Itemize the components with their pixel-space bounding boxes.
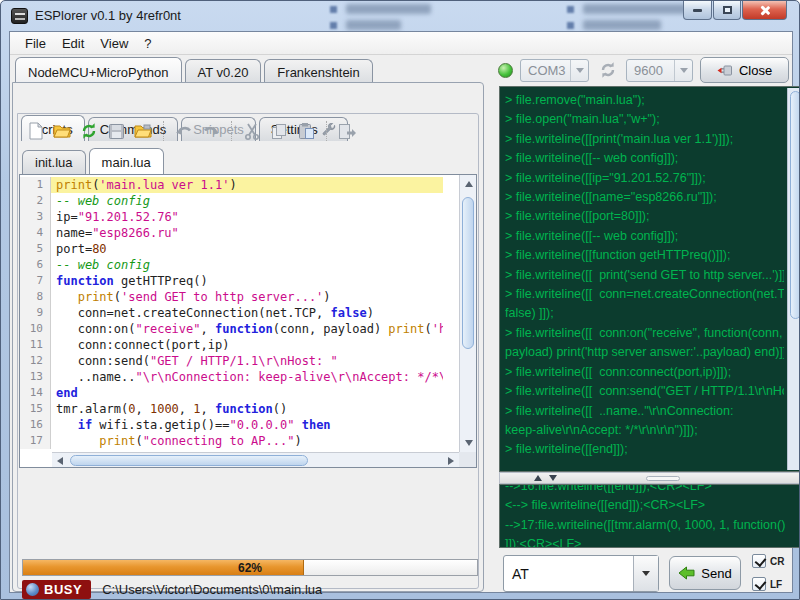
code-line[interactable]: 17 print("connecting to AP..."): [20, 433, 443, 449]
menu-item-view[interactable]: View: [93, 34, 135, 53]
code-line[interactable]: 2-- web config: [20, 193, 443, 209]
code-line[interactable]: 14end: [20, 385, 443, 401]
background-bullet: [330, 6, 337, 13]
line-number: 8: [20, 289, 51, 305]
file-tab-init-lua[interactable]: init.lua: [22, 150, 86, 174]
background-bullet: [330, 22, 337, 29]
scroll-right-icon[interactable]: [448, 457, 454, 465]
terminal-scroll-thumb[interactable]: [790, 91, 800, 319]
refresh-ports-button[interactable]: [596, 59, 619, 82]
line-number: 17: [20, 433, 51, 449]
code-line-text: conn:connect(port,ip): [51, 337, 443, 353]
com-port-select[interactable]: COM3: [520, 59, 589, 82]
scroll-up-icon[interactable]: [465, 181, 473, 187]
undo-icon[interactable]: [173, 120, 195, 142]
com-port-dropdown[interactable]: [570, 60, 588, 81]
cr-option[interactable]: CR: [752, 554, 784, 568]
open-folder-icon[interactable]: [51, 120, 73, 142]
close-window-button[interactable]: [742, 1, 787, 20]
code-line[interactable]: 15tmr.alarm(0, 1000, 1, function(): [20, 401, 443, 417]
terminal-line: > file.writeline([[ print('send GET to h…: [505, 266, 784, 285]
new-file-icon[interactable]: [24, 120, 46, 142]
upload-progress-bar: 62%: [22, 559, 478, 576]
terminal-line: payload) print('http server answer:'..pa…: [505, 343, 784, 362]
menu-item-edit[interactable]: Edit: [55, 34, 91, 53]
editor-vertical-scrollbar[interactable]: [459, 175, 476, 452]
disconnect-plug-icon: [717, 63, 733, 78]
paste-icon[interactable]: [295, 120, 317, 142]
busy-ball-icon: [26, 583, 39, 596]
lf-checkbox[interactable]: [752, 577, 766, 591]
chevron-down-icon: [576, 68, 584, 73]
code-line[interactable]: 13 ..name.."\r\nConnection: keep-alive\r…: [20, 369, 443, 385]
code-line-text: tmr.alarm(0, 1000, 1, function(): [51, 401, 443, 417]
busy-label: BUSY: [44, 582, 82, 597]
command-dropdown[interactable]: [633, 556, 658, 591]
scroll-left-icon[interactable]: [57, 457, 63, 465]
terminal-line: > file.remove("main.lua");: [505, 91, 784, 110]
code-line[interactable]: 11 conn:connect(port,ip): [20, 337, 443, 353]
background-bullet: [567, 6, 574, 13]
serial-terminal[interactable]: > file.remove("main.lua");> file.open("m…: [499, 86, 800, 472]
editor-tab-bar: init.luamain.lua: [22, 148, 167, 174]
code-line[interactable]: 1print('main.lua ver 1.1'): [20, 177, 443, 193]
cut-icon[interactable]: [241, 120, 263, 142]
scroll-down-icon[interactable]: [465, 440, 473, 446]
code-line[interactable]: 16 if wifi.sta.getip()=="0.0.0.0" then: [20, 417, 443, 433]
save-as-icon[interactable]: [132, 120, 154, 142]
maximize-button[interactable]: [713, 1, 741, 20]
line-number: 3: [20, 209, 51, 225]
code-line[interactable]: 4name="esp8266.ru": [20, 225, 443, 241]
editor-horizontal-scrollbar[interactable]: [52, 452, 459, 467]
save-icon[interactable]: [105, 120, 127, 142]
file-tab-main-lua[interactable]: main.lua: [89, 148, 164, 174]
baud-rate-select[interactable]: 9600: [626, 59, 693, 82]
close-port-button[interactable]: Close: [700, 57, 789, 83]
send-command-button[interactable]: Send: [669, 556, 741, 590]
code-line[interactable]: 10 conn:on("receive", function(conn, pay…: [20, 321, 443, 337]
code-line[interactable]: 8 print('send GET to http server...'): [20, 289, 443, 305]
refresh-icon: [599, 61, 617, 79]
splitter-down-icon[interactable]: [549, 475, 557, 481]
splitter-up-icon[interactable]: [534, 475, 542, 481]
splitter-grip[interactable]: [646, 476, 680, 481]
vertical-scroll-thumb[interactable]: [462, 197, 474, 349]
code-line[interactable]: 6-- web config: [20, 257, 443, 273]
baud-rate-dropdown[interactable]: [674, 60, 692, 81]
tab-nodemcu-micropython[interactable]: NodeMCU+MicroPython: [15, 57, 182, 85]
monitor-output: -->16:file.writeline([[end]]);<CR><LF><-…: [505, 484, 800, 548]
lf-option[interactable]: LF: [752, 577, 784, 591]
command-input[interactable]: AT: [504, 556, 633, 591]
terminal-line: > file.writeline([[print('main.lua ver 1…: [505, 130, 784, 149]
chevron-down-icon: [680, 68, 688, 73]
line-number: 16: [20, 417, 51, 433]
code-line[interactable]: 5port=80: [20, 241, 443, 257]
minimize-button[interactable]: [683, 1, 712, 20]
code-editor[interactable]: 1print('main.lua ver 1.1')2-- web config…: [19, 174, 477, 468]
export-icon[interactable]: [336, 120, 358, 142]
background-bullet: [567, 22, 574, 29]
terminal-line: > file.writeline([[name="esp8266.ru"]]);: [505, 188, 784, 207]
cr-checkbox[interactable]: [752, 554, 766, 568]
baud-rate-value: 9600: [627, 63, 674, 78]
terminal-line: > file.writeline([[port=80]]);: [505, 207, 784, 226]
code-area[interactable]: 1print('main.lua ver 1.1')2-- web config…: [20, 175, 443, 452]
menu-item-file[interactable]: File: [18, 34, 53, 53]
code-line[interactable]: 9 conn=net.createConnection(net.TCP, fal…: [20, 305, 443, 321]
code-line[interactable]: 12 conn:send("GET / HTTP/1.1\r\nHost: ": [20, 353, 443, 369]
terminal-line: false) ]]);: [505, 304, 784, 323]
redo-icon[interactable]: [200, 120, 222, 142]
menu-bar: FileEditView?: [10, 32, 792, 55]
code-line[interactable]: 7function getHTTPreq(): [20, 273, 443, 289]
terminal-splitter[interactable]: [499, 472, 800, 484]
terminal-scrollbar[interactable]: [787, 88, 800, 470]
reload-icon[interactable]: [78, 120, 100, 142]
command-combo[interactable]: AT: [503, 555, 659, 592]
code-line[interactable]: 3ip="91.201.52.76": [20, 209, 443, 225]
copy-icon[interactable]: [268, 120, 290, 142]
menu-item-item-3[interactable]: ?: [137, 34, 158, 53]
horizontal-scroll-thumb[interactable]: [70, 455, 308, 466]
code-line-text: conn:on("receive", function(conn, payloa…: [51, 321, 443, 337]
main-tab-bar: NodeMCU+MicroPythonAT v0.20Frankenshtein: [15, 57, 376, 85]
left-panel: ScriptsCommandsSnippetsSettings: [12, 82, 484, 592]
